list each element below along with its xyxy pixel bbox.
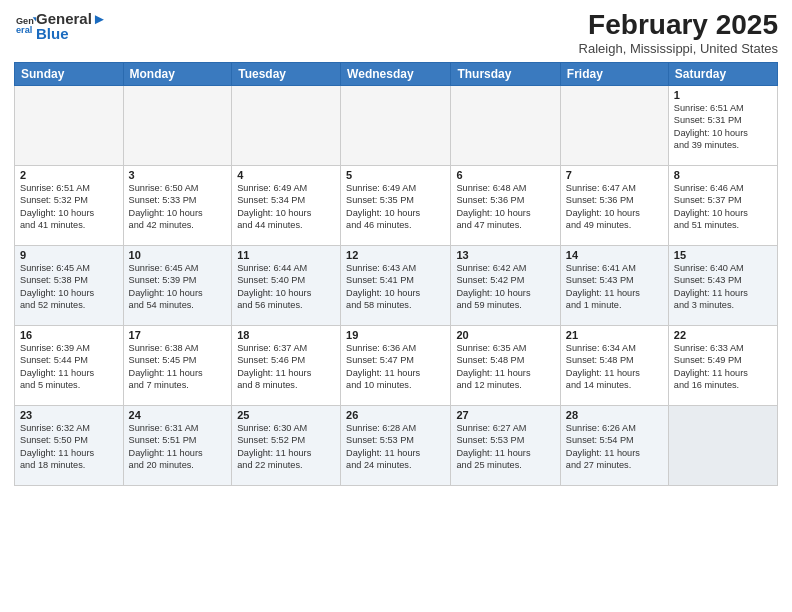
day-number: 23 (20, 409, 118, 421)
col-thursday: Thursday (451, 62, 560, 85)
day-info: Sunrise: 6:43 AM Sunset: 5:41 PM Dayligh… (346, 262, 445, 312)
day-info: Sunrise: 6:33 AM Sunset: 5:49 PM Dayligh… (674, 342, 772, 392)
calendar-cell: 11Sunrise: 6:44 AM Sunset: 5:40 PM Dayli… (232, 245, 341, 325)
calendar-week-row: 9Sunrise: 6:45 AM Sunset: 5:38 PM Daylig… (15, 245, 778, 325)
calendar-cell: 15Sunrise: 6:40 AM Sunset: 5:43 PM Dayli… (668, 245, 777, 325)
day-number: 5 (346, 169, 445, 181)
calendar-cell: 2Sunrise: 6:51 AM Sunset: 5:32 PM Daylig… (15, 165, 124, 245)
calendar-cell: 19Sunrise: 6:36 AM Sunset: 5:47 PM Dayli… (341, 325, 451, 405)
day-info: Sunrise: 6:26 AM Sunset: 5:54 PM Dayligh… (566, 422, 663, 472)
logo-icon: Gen eral (16, 14, 36, 34)
col-wednesday: Wednesday (341, 62, 451, 85)
day-info: Sunrise: 6:32 AM Sunset: 5:50 PM Dayligh… (20, 422, 118, 472)
calendar-cell: 12Sunrise: 6:43 AM Sunset: 5:41 PM Dayli… (341, 245, 451, 325)
calendar-cell: 26Sunrise: 6:28 AM Sunset: 5:53 PM Dayli… (341, 405, 451, 485)
calendar-cell: 21Sunrise: 6:34 AM Sunset: 5:48 PM Dayli… (560, 325, 668, 405)
calendar-cell: 8Sunrise: 6:46 AM Sunset: 5:37 PM Daylig… (668, 165, 777, 245)
calendar-cell (451, 85, 560, 165)
calendar-header-row: Sunday Monday Tuesday Wednesday Thursday… (15, 62, 778, 85)
calendar-cell: 28Sunrise: 6:26 AM Sunset: 5:54 PM Dayli… (560, 405, 668, 485)
day-number: 28 (566, 409, 663, 421)
day-number: 14 (566, 249, 663, 261)
calendar-page: Gen eral General► Blue February 2025 Ral… (0, 0, 792, 612)
day-info: Sunrise: 6:49 AM Sunset: 5:35 PM Dayligh… (346, 182, 445, 232)
svg-text:eral: eral (16, 25, 32, 34)
day-info: Sunrise: 6:44 AM Sunset: 5:40 PM Dayligh… (237, 262, 335, 312)
calendar-cell: 7Sunrise: 6:47 AM Sunset: 5:36 PM Daylig… (560, 165, 668, 245)
calendar-cell (123, 85, 232, 165)
header: Gen eral General► Blue February 2025 Ral… (14, 10, 778, 56)
day-info: Sunrise: 6:34 AM Sunset: 5:48 PM Dayligh… (566, 342, 663, 392)
day-number: 8 (674, 169, 772, 181)
logo: Gen eral General► Blue (14, 10, 107, 42)
day-info: Sunrise: 6:49 AM Sunset: 5:34 PM Dayligh… (237, 182, 335, 232)
calendar-cell: 3Sunrise: 6:50 AM Sunset: 5:33 PM Daylig… (123, 165, 232, 245)
calendar-cell (668, 405, 777, 485)
title-block: February 2025 Raleigh, Mississippi, Unit… (579, 10, 778, 56)
day-info: Sunrise: 6:30 AM Sunset: 5:52 PM Dayligh… (237, 422, 335, 472)
day-info: Sunrise: 6:50 AM Sunset: 5:33 PM Dayligh… (129, 182, 227, 232)
day-info: Sunrise: 6:39 AM Sunset: 5:44 PM Dayligh… (20, 342, 118, 392)
calendar-cell: 16Sunrise: 6:39 AM Sunset: 5:44 PM Dayli… (15, 325, 124, 405)
day-number: 11 (237, 249, 335, 261)
logo-swoosh: ► (92, 10, 107, 27)
day-info: Sunrise: 6:38 AM Sunset: 5:45 PM Dayligh… (129, 342, 227, 392)
col-friday: Friday (560, 62, 668, 85)
day-number: 10 (129, 249, 227, 261)
calendar-week-row: 2Sunrise: 6:51 AM Sunset: 5:32 PM Daylig… (15, 165, 778, 245)
calendar-cell: 22Sunrise: 6:33 AM Sunset: 5:49 PM Dayli… (668, 325, 777, 405)
day-info: Sunrise: 6:31 AM Sunset: 5:51 PM Dayligh… (129, 422, 227, 472)
calendar-week-row: 1Sunrise: 6:51 AM Sunset: 5:31 PM Daylig… (15, 85, 778, 165)
calendar-cell: 4Sunrise: 6:49 AM Sunset: 5:34 PM Daylig… (232, 165, 341, 245)
day-number: 9 (20, 249, 118, 261)
calendar-cell (560, 85, 668, 165)
day-number: 12 (346, 249, 445, 261)
day-number: 3 (129, 169, 227, 181)
day-number: 20 (456, 329, 554, 341)
day-info: Sunrise: 6:28 AM Sunset: 5:53 PM Dayligh… (346, 422, 445, 472)
calendar-cell: 6Sunrise: 6:48 AM Sunset: 5:36 PM Daylig… (451, 165, 560, 245)
day-number: 27 (456, 409, 554, 421)
day-info: Sunrise: 6:36 AM Sunset: 5:47 PM Dayligh… (346, 342, 445, 392)
calendar-cell: 13Sunrise: 6:42 AM Sunset: 5:42 PM Dayli… (451, 245, 560, 325)
day-number: 17 (129, 329, 227, 341)
calendar-cell (341, 85, 451, 165)
calendar-cell: 10Sunrise: 6:45 AM Sunset: 5:39 PM Dayli… (123, 245, 232, 325)
day-info: Sunrise: 6:48 AM Sunset: 5:36 PM Dayligh… (456, 182, 554, 232)
day-number: 4 (237, 169, 335, 181)
col-saturday: Saturday (668, 62, 777, 85)
calendar-cell: 25Sunrise: 6:30 AM Sunset: 5:52 PM Dayli… (232, 405, 341, 485)
calendar-cell: 23Sunrise: 6:32 AM Sunset: 5:50 PM Dayli… (15, 405, 124, 485)
calendar-cell: 27Sunrise: 6:27 AM Sunset: 5:53 PM Dayli… (451, 405, 560, 485)
day-number: 18 (237, 329, 335, 341)
calendar-cell: 24Sunrise: 6:31 AM Sunset: 5:51 PM Dayli… (123, 405, 232, 485)
calendar-cell: 5Sunrise: 6:49 AM Sunset: 5:35 PM Daylig… (341, 165, 451, 245)
day-info: Sunrise: 6:51 AM Sunset: 5:32 PM Dayligh… (20, 182, 118, 232)
calendar-week-row: 23Sunrise: 6:32 AM Sunset: 5:50 PM Dayli… (15, 405, 778, 485)
day-number: 6 (456, 169, 554, 181)
day-info: Sunrise: 6:35 AM Sunset: 5:48 PM Dayligh… (456, 342, 554, 392)
day-number: 7 (566, 169, 663, 181)
day-info: Sunrise: 6:45 AM Sunset: 5:38 PM Dayligh… (20, 262, 118, 312)
day-info: Sunrise: 6:41 AM Sunset: 5:43 PM Dayligh… (566, 262, 663, 312)
col-monday: Monday (123, 62, 232, 85)
calendar-cell: 20Sunrise: 6:35 AM Sunset: 5:48 PM Dayli… (451, 325, 560, 405)
day-number: 22 (674, 329, 772, 341)
day-number: 16 (20, 329, 118, 341)
calendar-cell: 1Sunrise: 6:51 AM Sunset: 5:31 PM Daylig… (668, 85, 777, 165)
day-info: Sunrise: 6:40 AM Sunset: 5:43 PM Dayligh… (674, 262, 772, 312)
sub-title: Raleigh, Mississippi, United States (579, 41, 778, 56)
day-info: Sunrise: 6:37 AM Sunset: 5:46 PM Dayligh… (237, 342, 335, 392)
day-number: 26 (346, 409, 445, 421)
calendar-week-row: 16Sunrise: 6:39 AM Sunset: 5:44 PM Dayli… (15, 325, 778, 405)
calendar-cell (15, 85, 124, 165)
day-info: Sunrise: 6:51 AM Sunset: 5:31 PM Dayligh… (674, 102, 772, 152)
main-title: February 2025 (579, 10, 778, 41)
calendar-cell: 14Sunrise: 6:41 AM Sunset: 5:43 PM Dayli… (560, 245, 668, 325)
day-number: 21 (566, 329, 663, 341)
calendar-table: Sunday Monday Tuesday Wednesday Thursday… (14, 62, 778, 486)
day-info: Sunrise: 6:46 AM Sunset: 5:37 PM Dayligh… (674, 182, 772, 232)
day-number: 25 (237, 409, 335, 421)
col-sunday: Sunday (15, 62, 124, 85)
day-number: 1 (674, 89, 772, 101)
